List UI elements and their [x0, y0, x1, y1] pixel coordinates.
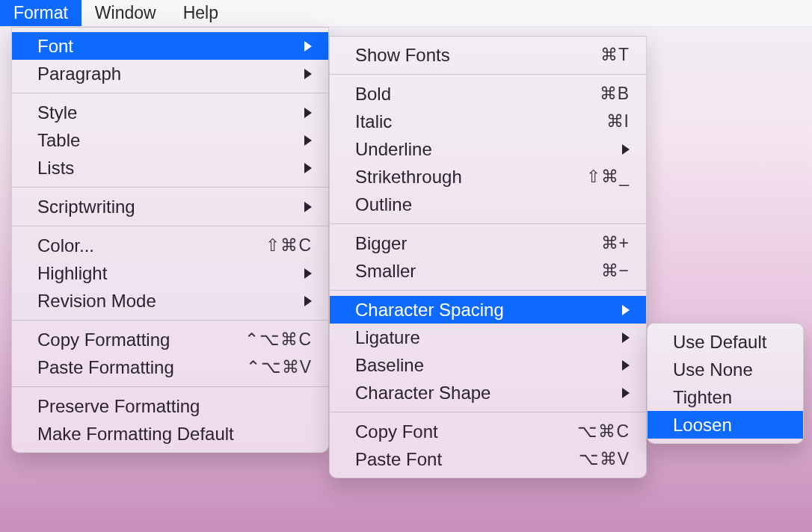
character-spacing-submenu: Use Default Use None Tighten Loosen — [647, 323, 804, 444]
menu-loosen-label: Loosen — [673, 415, 787, 436]
menubar-format-label: Format — [13, 3, 68, 23]
submenu-arrow-icon — [304, 135, 312, 146]
menu-smaller-label: Smaller — [355, 261, 547, 282]
menu-use-none-label: Use None — [673, 359, 787, 380]
menu-use-default[interactable]: Use Default — [648, 328, 803, 356]
menu-separator — [330, 223, 646, 224]
menu-font-label: Font — [37, 36, 274, 57]
submenu-arrow-icon — [622, 144, 630, 155]
menu-underline[interactable]: Underline — [330, 135, 646, 163]
menu-separator — [330, 74, 646, 75]
menu-separator — [12, 187, 328, 188]
submenu-arrow-icon — [622, 360, 630, 371]
menu-strike-label: Strikethrough — [355, 167, 547, 188]
menu-make-default-label: Make Formatting Default — [37, 424, 312, 445]
menu-color-label: Color... — [37, 235, 230, 256]
menu-font[interactable]: Font — [12, 32, 328, 60]
menu-use-none[interactable]: Use None — [648, 356, 803, 383]
menu-bold-label: Bold — [355, 84, 547, 105]
submenu-arrow-icon — [622, 388, 630, 398]
menu-copy-font-shortcut: ⌥⌘C — [577, 421, 630, 442]
menu-scriptwriting[interactable]: Scriptwriting — [12, 193, 328, 220]
submenu-arrow-icon — [304, 268, 312, 279]
menubar-window-label: Window — [95, 3, 156, 23]
menu-outline[interactable]: Outline — [330, 191, 646, 218]
menu-bold-shortcut: ⌘B — [577, 84, 630, 104]
menu-baseline[interactable]: Baseline — [330, 351, 646, 379]
menu-italic[interactable]: Italic ⌘I — [330, 108, 646, 135]
menu-preserve-label: Preserve Formatting — [37, 396, 312, 417]
menu-baseline-label: Baseline — [355, 355, 592, 376]
menu-copy-formatting-shortcut: ⌃⌥⌘C — [244, 330, 312, 350]
menu-paste-formatting[interactable]: Paste Formatting ⌃⌥⌘V — [12, 353, 328, 381]
menu-table[interactable]: Table — [12, 126, 328, 154]
submenu-arrow-icon — [304, 296, 312, 306]
menu-lists-label: Lists — [37, 158, 274, 179]
submenu-arrow-icon — [304, 69, 312, 79]
menubar: Format Window Help — [0, 0, 812, 27]
menubar-help-label: Help — [183, 3, 218, 23]
menu-copy-font[interactable]: Copy Font ⌥⌘C — [330, 418, 646, 445]
menu-preserve-formatting[interactable]: Preserve Formatting — [12, 392, 328, 420]
menubar-help[interactable]: Help — [170, 0, 232, 26]
menu-italic-label: Italic — [355, 111, 547, 132]
menu-separator — [330, 412, 646, 412]
menu-paragraph-label: Paragraph — [37, 64, 274, 84]
menu-lists[interactable]: Lists — [12, 154, 328, 182]
submenu-arrow-icon — [304, 41, 312, 52]
menu-table-label: Table — [37, 130, 274, 151]
menu-strike-shortcut: ⇧⌘_ — [577, 167, 630, 187]
menu-separator — [12, 93, 328, 93]
menu-character-shape[interactable]: Character Shape — [330, 379, 646, 406]
submenu-arrow-icon — [304, 108, 312, 118]
menu-char-spacing-label: Character Spacing — [355, 300, 592, 321]
menu-outline-label: Outline — [355, 194, 630, 215]
menu-paragraph[interactable]: Paragraph — [12, 60, 328, 87]
menu-paste-font-label: Paste Font — [355, 449, 547, 470]
menu-style-label: Style — [37, 102, 274, 123]
menu-color-shortcut: ⇧⌘C — [259, 235, 312, 256]
menu-highlight[interactable]: Highlight — [12, 259, 328, 287]
menu-bigger-label: Bigger — [355, 233, 547, 254]
menu-paste-font-shortcut: ⌥⌘V — [577, 449, 630, 469]
menu-character-spacing[interactable]: Character Spacing — [330, 296, 646, 324]
menu-underline-label: Underline — [355, 139, 592, 160]
menu-revision-mode[interactable]: Revision Mode — [12, 287, 328, 315]
menu-use-default-label: Use Default — [673, 332, 787, 353]
menu-copy-font-label: Copy Font — [355, 421, 547, 442]
format-menu: Font Paragraph Style Table Lists Scriptw… — [11, 27, 329, 453]
menu-paste-font[interactable]: Paste Font ⌥⌘V — [330, 445, 646, 473]
menu-tighten[interactable]: Tighten — [648, 383, 803, 411]
menu-char-shape-label: Character Shape — [355, 383, 592, 403]
menu-strikethrough[interactable]: Strikethrough ⇧⌘_ — [330, 163, 646, 191]
menu-smaller[interactable]: Smaller ⌘− — [330, 257, 646, 285]
menu-bold[interactable]: Bold ⌘B — [330, 80, 646, 108]
menu-show-fonts-shortcut: ⌘T — [577, 45, 630, 65]
menubar-format[interactable]: Format — [0, 0, 81, 26]
menu-highlight-label: Highlight — [37, 263, 274, 284]
menu-bigger[interactable]: Bigger ⌘+ — [330, 229, 646, 257]
menu-paste-formatting-shortcut: ⌃⌥⌘V — [246, 357, 312, 377]
menu-paste-formatting-label: Paste Formatting — [37, 357, 216, 378]
menu-smaller-shortcut: ⌘− — [577, 261, 630, 281]
menu-separator — [12, 320, 328, 321]
submenu-arrow-icon — [304, 163, 312, 173]
menu-separator — [330, 290, 646, 291]
menu-tighten-label: Tighten — [673, 387, 787, 408]
menu-copy-formatting-label: Copy Formatting — [37, 330, 215, 350]
menu-make-formatting-default[interactable]: Make Formatting Default — [12, 420, 328, 448]
menubar-window[interactable]: Window — [81, 0, 170, 26]
menu-show-fonts-label: Show Fonts — [355, 45, 547, 66]
submenu-arrow-icon — [304, 202, 312, 212]
menu-ligature[interactable]: Ligature — [330, 324, 646, 351]
menu-scriptwriting-label: Scriptwriting — [37, 197, 274, 217]
menu-bigger-shortcut: ⌘+ — [577, 233, 630, 253]
menu-color[interactable]: Color... ⇧⌘C — [12, 232, 328, 259]
menu-loosen[interactable]: Loosen — [648, 411, 803, 439]
menu-revision-label: Revision Mode — [37, 291, 274, 312]
menu-copy-formatting[interactable]: Copy Formatting ⌃⌥⌘C — [12, 326, 328, 353]
menu-ligature-label: Ligature — [355, 327, 592, 348]
menu-show-fonts[interactable]: Show Fonts ⌘T — [330, 41, 646, 69]
menu-style[interactable]: Style — [12, 99, 328, 126]
font-submenu: Show Fonts ⌘T Bold ⌘B Italic ⌘I Underlin… — [329, 36, 647, 478]
